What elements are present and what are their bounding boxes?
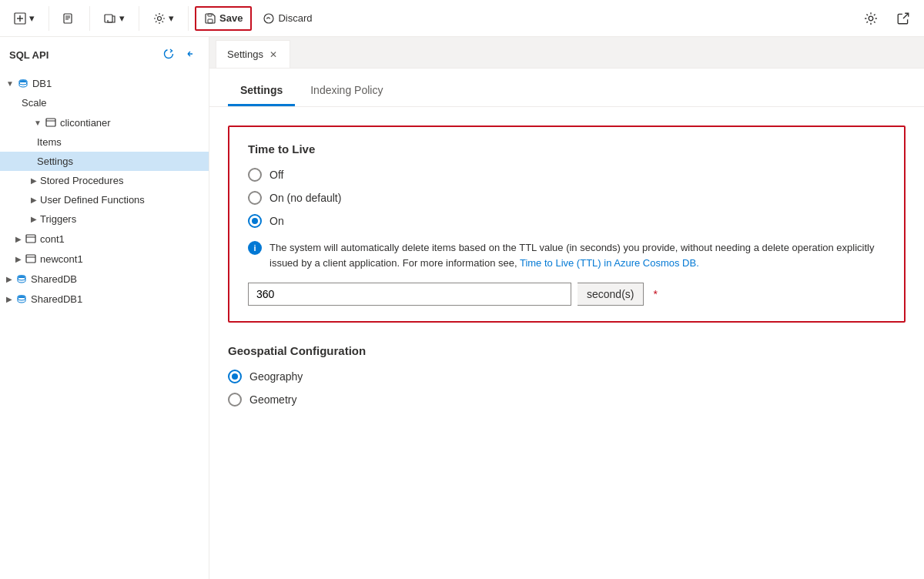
settings-label: Settings	[37, 156, 73, 167]
geospatial-section: Geospatial Configuration Geography Geome…	[228, 344, 906, 407]
sidebar-item-udf[interactable]: ▶ User Defined Functions	[0, 190, 209, 209]
geo-geography-radio[interactable]	[228, 370, 242, 383]
geo-title: Geospatial Configuration	[228, 344, 906, 357]
geo-option-geography[interactable]: Geography	[228, 370, 906, 383]
clicontianer-icon	[45, 116, 57, 129]
app-layout: SQL API ▼	[0, 37, 924, 579]
db1-icon	[17, 77, 29, 89]
ttl-info-link-label: Time to Live (TTL) in Azure Cosmos DB.	[520, 257, 699, 269]
sidebar-item-items[interactable]: Items	[0, 132, 209, 152]
save-button[interactable]: Save	[195, 6, 252, 31]
tab-indexing-policy[interactable]: Indexing Policy	[298, 78, 395, 106]
cont1-icon	[25, 233, 37, 245]
ttl-info-text: The system will automatically delete ite…	[270, 240, 886, 270]
ttl-on-label: On	[270, 215, 284, 227]
sidebar-item-scale[interactable]: Scale	[0, 93, 209, 112]
newcont1-chevron: ▶	[15, 255, 22, 263]
collapse-button[interactable]	[181, 45, 199, 65]
db1-label: DB1	[32, 78, 52, 89]
ttl-on-radio[interactable]	[248, 214, 262, 228]
open-container-chevron: ▾	[119, 12, 125, 24]
sidebar-header: SQL API	[0, 37, 209, 73]
discard-button[interactable]: Discard	[255, 8, 320, 29]
ttl-option-on[interactable]: On	[248, 214, 886, 228]
ttl-input[interactable]	[248, 283, 571, 306]
ttl-info-link[interactable]: Time to Live (TTL) in Azure Cosmos DB.	[520, 257, 699, 269]
ttl-option-on-no-default[interactable]: On (no default)	[248, 191, 886, 205]
settings-tab[interactable]: Settings ✕	[216, 40, 290, 68]
ttl-suffix: second(s)	[578, 283, 644, 306]
svg-rect-14	[46, 119, 55, 126]
ttl-title: Time to Live	[248, 142, 886, 156]
gear-icon-button[interactable]	[856, 7, 886, 30]
svg-point-11	[869, 16, 873, 21]
ttl-off-label: Off	[270, 169, 283, 181]
ttl-input-row: second(s) *	[248, 283, 886, 306]
separator4	[188, 6, 189, 31]
svg-rect-10	[208, 14, 212, 16]
content-body: Time to Live Off On (no default)	[209, 107, 924, 437]
ttl-on-no-default-label: On (no default)	[270, 192, 341, 204]
ttl-off-radio[interactable]	[248, 168, 262, 182]
tab-settings-label: Settings	[240, 84, 283, 96]
shareddb1-icon	[15, 293, 28, 305]
tab-indexing-policy-label: Indexing Policy	[310, 84, 383, 96]
shareddb1-label: SharedDB1	[31, 293, 82, 305]
separator1	[49, 6, 49, 31]
time-to-live-section: Time to Live Off On (no default)	[228, 126, 906, 323]
info-icon: i	[248, 241, 262, 255]
ttl-option-off[interactable]: Off	[248, 168, 886, 182]
clicontianer-chevron: ▼	[34, 119, 42, 127]
discard-label: Discard	[278, 12, 312, 24]
save-icon	[204, 12, 216, 25]
geo-option-geometry[interactable]: Geometry	[228, 393, 906, 407]
shareddb-label: SharedDB	[31, 273, 77, 285]
clicontianer-label: clicontianer	[60, 117, 111, 129]
save-label: Save	[219, 12, 243, 24]
sidebar-item-newcont1[interactable]: ▶ newcont1	[0, 249, 209, 269]
stored-procedures-label: Stored Procedures	[40, 175, 123, 186]
sidebar: SQL API ▼	[0, 37, 209, 579]
svg-rect-9	[208, 19, 213, 23]
open-external-button[interactable]	[889, 7, 918, 30]
content-tabs: Settings Indexing Policy	[209, 69, 924, 107]
cont1-chevron: ▶	[15, 235, 22, 243]
new-resource-icon	[14, 12, 26, 25]
stored-procedures-chevron: ▶	[31, 176, 37, 185]
newcont1-icon	[25, 253, 37, 265]
refresh-icon	[162, 48, 175, 60]
tab-settings[interactable]: Settings	[228, 78, 295, 106]
sidebar-item-clicontianer[interactable]: ▼ clicontianer	[0, 112, 209, 132]
sidebar-item-settings[interactable]: Settings	[0, 152, 209, 171]
refresh-button[interactable]	[159, 45, 178, 65]
open-query-button[interactable]	[55, 8, 83, 29]
main-content: Settings ✕ Settings Indexing Policy Time…	[209, 37, 924, 579]
new-resource-button[interactable]: ▾	[6, 8, 42, 29]
ttl-on-no-default-radio[interactable]	[248, 191, 262, 205]
sidebar-item-db1[interactable]: ▼ DB1	[0, 73, 209, 93]
svg-rect-3	[64, 14, 72, 23]
settings-button[interactable]: ▾	[146, 8, 182, 29]
sidebar-item-cont1[interactable]: ▶ cont1	[0, 229, 209, 249]
svg-rect-18	[26, 255, 35, 263]
geo-geometry-label: Geometry	[249, 393, 296, 406]
items-label: Items	[37, 136, 62, 148]
sidebar-item-triggers[interactable]: ▶ Triggers	[0, 209, 209, 229]
sidebar-item-shareddb1[interactable]: ▶ SharedDB1	[0, 289, 209, 309]
sidebar-item-shareddb[interactable]: ▶ SharedDB	[0, 269, 209, 289]
open-container-button[interactable]: ▾	[96, 8, 132, 29]
gear-icon	[864, 12, 878, 25]
geo-geometry-radio[interactable]	[228, 393, 242, 407]
toolbar-right	[856, 7, 918, 30]
settings-toolbar-icon	[153, 12, 166, 25]
open-external-icon	[896, 12, 910, 25]
settings-chevron: ▾	[169, 12, 174, 24]
svg-rect-7	[105, 15, 112, 22]
geo-radio-group: Geography Geometry	[228, 370, 906, 407]
shareddb-chevron: ▶	[6, 275, 12, 283]
triggers-chevron: ▶	[31, 215, 37, 223]
ttl-required-star: *	[653, 288, 657, 300]
sidebar-item-stored-procedures[interactable]: ▶ Stored Procedures	[0, 171, 209, 190]
separator3	[139, 6, 139, 31]
settings-tab-close[interactable]: ✕	[268, 49, 279, 60]
